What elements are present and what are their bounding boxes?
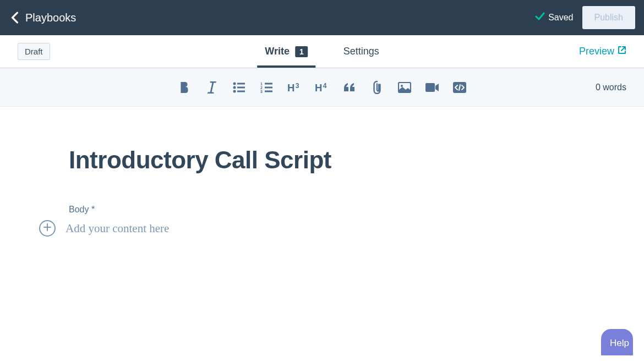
add-block-button[interactable] [39, 220, 56, 237]
document-title[interactable]: Introductory Call Script [69, 146, 575, 174]
svg-text:3: 3 [296, 81, 299, 89]
editor-toolbar: 123 H3 H4 0 words [0, 68, 644, 107]
svg-point-0 [233, 82, 236, 85]
page-title[interactable]: Playbooks [25, 12, 76, 24]
svg-point-17 [401, 85, 403, 87]
body-section: Body * Add your content here [69, 205, 575, 237]
tab-settings[interactable]: Settings [336, 35, 387, 68]
tab-label: Write [265, 46, 290, 57]
svg-rect-5 [237, 90, 245, 92]
tabs-container: Write 1 Settings [257, 35, 387, 68]
check-icon [535, 12, 545, 24]
svg-text:2: 2 [260, 86, 263, 90]
quote-icon[interactable] [342, 80, 357, 95]
svg-text:H: H [315, 81, 322, 93]
back-chevron-icon[interactable] [9, 12, 21, 24]
app-header: Playbooks Saved Publish [0, 0, 644, 35]
preview-link[interactable]: Preview [579, 46, 626, 57]
body-label: Body * [69, 205, 575, 215]
tab-label: Settings [343, 46, 379, 57]
plus-icon [43, 223, 51, 233]
italic-icon[interactable] [205, 80, 219, 95]
bullet-list-icon[interactable] [232, 80, 247, 95]
external-link-icon [618, 46, 626, 57]
svg-text:H: H [287, 81, 294, 93]
bold-icon[interactable] [177, 80, 192, 95]
saved-indicator: Saved [535, 12, 573, 24]
help-button[interactable]: Help [601, 329, 633, 355]
preview-label: Preview [579, 46, 614, 57]
video-icon[interactable] [425, 80, 439, 95]
svg-text:4: 4 [323, 81, 327, 89]
word-count: 0 words [596, 83, 626, 92]
svg-rect-9 [265, 86, 272, 88]
header-right: Saved Publish [535, 6, 635, 29]
svg-rect-18 [425, 83, 435, 92]
svg-point-4 [233, 90, 236, 92]
tab-write[interactable]: Write 1 [257, 35, 315, 68]
image-icon[interactable] [397, 80, 412, 95]
svg-rect-11 [265, 90, 272, 92]
toolbar-tools: 123 H3 H4 [177, 80, 467, 95]
saved-label: Saved [548, 13, 573, 23]
heading-4-icon[interactable]: H4 [315, 80, 329, 95]
body-placeholder[interactable]: Add your content here [66, 222, 169, 235]
header-left: Playbooks [9, 12, 76, 24]
svg-point-2 [233, 86, 236, 89]
ordered-list-icon[interactable]: 123 [260, 80, 274, 95]
draft-badge: Draft [18, 43, 50, 60]
publish-button[interactable]: Publish [582, 6, 635, 29]
tabs-row: Draft Write 1 Settings Preview [0, 35, 644, 68]
tab-badge: 1 [295, 46, 308, 57]
svg-rect-3 [237, 86, 245, 88]
attachment-icon[interactable] [370, 80, 384, 95]
svg-rect-1 [237, 83, 245, 84]
svg-rect-7 [265, 83, 272, 84]
svg-text:1: 1 [260, 82, 263, 86]
heading-3-icon[interactable]: H3 [287, 80, 302, 95]
editor-content: Introductory Call Script Body * Add your… [69, 107, 575, 237]
svg-text:3: 3 [260, 90, 263, 93]
embed-icon[interactable] [452, 80, 467, 95]
body-row: Add your content here [39, 220, 575, 237]
